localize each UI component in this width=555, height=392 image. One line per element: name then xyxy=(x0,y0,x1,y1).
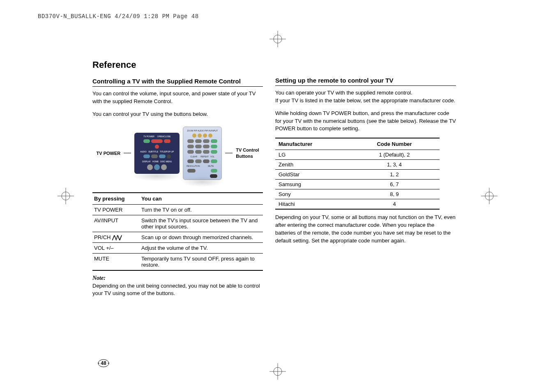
left-section-heading: Controlling a TV with the Supplied Remot… xyxy=(92,78,263,87)
tv-power-label: TV POWER xyxy=(97,151,121,156)
right-p3: While holding down TV POWER button, and … xyxy=(275,110,456,133)
registration-mark-left xyxy=(58,188,74,204)
table-row: PR/CH ⋀/⋁ Scan up or down through memori… xyxy=(92,232,263,242)
func-press: TV POWER xyxy=(92,204,140,215)
remote-illustration-right: ZOOM PIP AUDIO PIP AV/INPUT CLEAR REPEAT… xyxy=(183,127,222,180)
right-column: Setting up the remote to control your TV… xyxy=(275,60,456,297)
right-p2: If your TV is listed in the table below,… xyxy=(275,97,456,105)
func-table-body: TV POWER Turn the TV on or off. AV/INPUT… xyxy=(92,204,263,270)
remote-figure: TV POWER TV POWER OPEN/CLOSE AUDIO SUBTI… xyxy=(92,127,263,180)
left-intro-1: You can control the volume, input source… xyxy=(92,90,263,106)
registration-mark-top xyxy=(269,31,286,47)
func-action: Temporarily turns TV sound OFF, press ag… xyxy=(140,253,263,270)
tv-control-buttons-label: TV Control Buttons xyxy=(236,147,259,159)
code-number: 1 (Default), 2 xyxy=(349,150,440,160)
table-row: AV/INPUT Switch the TV's input source be… xyxy=(92,215,263,232)
manufacturer-code-table: Manufacturer Code Number LG1 (Default), … xyxy=(275,138,440,210)
func-header-action: You can xyxy=(140,193,263,205)
table-row: Zenith1, 3, 4 xyxy=(275,160,440,170)
code-header-code: Code Number xyxy=(349,138,440,150)
remote-illustration-left: TV POWER OPEN/CLOSE AUDIO SUBTITLE TITLE… xyxy=(134,133,180,174)
code-manufacturer: Sony xyxy=(275,189,349,199)
func-press: VOL +/– xyxy=(92,242,140,253)
code-table-body: LG1 (Default), 2 Zenith1, 3, 4 GoldStar1… xyxy=(275,150,440,210)
code-number: 1, 2 xyxy=(349,170,440,180)
code-number: 6, 7 xyxy=(349,180,440,189)
button-function-table: By pressing You can TV POWER Turn the TV… xyxy=(92,192,263,271)
func-action: Turn the TV on or off. xyxy=(140,204,263,215)
code-manufacturer: Hitachi xyxy=(275,199,349,210)
table-row: Hitachi4 xyxy=(275,199,440,210)
left-column: Reference Controlling a TV with the Supp… xyxy=(92,60,263,297)
func-action: Scan up or down through memorized channe… xyxy=(140,232,263,242)
table-row: Samsung6, 7 xyxy=(275,180,440,189)
connector-line xyxy=(225,153,233,153)
right-section-heading: Setting up the remote to control your TV xyxy=(275,77,456,86)
table-row: Sony8, 9 xyxy=(275,189,440,199)
table-row: MUTE Temporarily turns TV sound OFF, pre… xyxy=(92,253,263,270)
code-number: 4 xyxy=(349,199,440,210)
func-action: Switch the TV's input source between the… xyxy=(140,215,263,232)
right-p1: You can operate your TV with the supplie… xyxy=(275,89,456,97)
code-manufacturer: LG xyxy=(275,150,349,160)
note-heading: Note: xyxy=(92,275,263,281)
code-manufacturer: GoldStar xyxy=(275,170,349,180)
code-number: 1, 3, 4 xyxy=(349,160,440,170)
note-body: Depending on the unit being connected, y… xyxy=(92,282,263,298)
table-row: TV POWER Turn the TV on or off. xyxy=(92,204,263,215)
page-content: Reference Controlling a TV with the Supp… xyxy=(92,60,463,297)
right-p4: Depending on your TV, some or all button… xyxy=(275,214,456,244)
print-job-header: BD370V-N_BUSALLK-ENG 4/24/09 1:28 PM Pag… xyxy=(38,13,199,20)
code-number: 8, 9 xyxy=(349,189,440,199)
code-manufacturer: Samsung xyxy=(275,180,349,189)
connector-line xyxy=(124,153,131,153)
func-press: AV/INPUT xyxy=(92,215,140,232)
code-manufacturer: Zenith xyxy=(275,160,349,170)
page-number: 48 xyxy=(98,359,109,367)
func-action: Adjust the volume of the TV. xyxy=(140,242,263,253)
func-header-press: By pressing xyxy=(92,193,140,205)
left-intro-2: You can control your TV using the button… xyxy=(92,111,263,118)
func-press: PR/CH ⋀/⋁ xyxy=(92,232,140,242)
table-row: GoldStar1, 2 xyxy=(275,170,440,180)
up-down-icon: ⋀/⋁ xyxy=(112,234,122,240)
registration-mark-bottom xyxy=(269,363,286,380)
table-row: LG1 (Default), 2 xyxy=(275,150,440,160)
func-press: MUTE xyxy=(92,253,140,270)
registration-mark-right xyxy=(481,188,497,204)
code-header-manufacturer: Manufacturer xyxy=(275,138,349,150)
page-title: Reference xyxy=(92,60,263,70)
table-row: VOL +/– Adjust the volume of the TV. xyxy=(92,242,263,253)
